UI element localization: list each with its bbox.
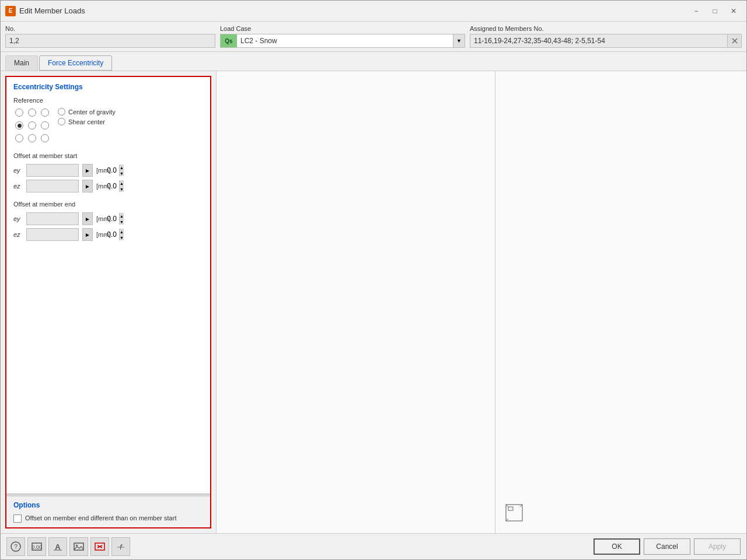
minimize-button[interactable]: − — [688, 5, 704, 18]
ez-start-down[interactable]: ▼ — [120, 186, 124, 192]
lc-dropdown-button[interactable]: ▼ — [453, 34, 465, 47]
svg-rect-3 — [508, 507, 513, 510]
right-panel-icon[interactable] — [505, 503, 523, 524]
bottom-bar: ? 0.00 A — [1, 533, 746, 559]
ez-end-down[interactable]: ▼ — [120, 235, 124, 240]
title-bar: E Edit Member Loads − □ ✕ — [1, 1, 746, 22]
reference-label: Reference — [13, 97, 203, 104]
ez-start-up[interactable]: ▲ — [120, 180, 124, 186]
ez-end-unit: [mm] — [96, 231, 110, 238]
ey-end-unit: [mm] — [96, 215, 110, 222]
radio-mc[interactable] — [28, 121, 36, 130]
reference-cog[interactable]: Center of gravity — [58, 108, 116, 116]
checkbox-row: Offset on member end different than on m… — [13, 514, 203, 523]
shear-label: Shear center — [68, 118, 105, 125]
offset-end-title: Offset at member end — [13, 201, 203, 208]
lc-label: Load Case — [220, 25, 465, 32]
radio-bc[interactable] — [28, 134, 36, 142]
ez-start-label: ez — [13, 183, 23, 190]
offset-start-group: Offset at member start ey ▲ ▼ ► — [13, 152, 203, 192]
ey-end-spin: ▲ ▼ — [119, 213, 124, 225]
radio-tc[interactable] — [28, 108, 36, 117]
formula-button[interactable]: f — [111, 537, 130, 556]
offset-different-checkbox[interactable] — [13, 514, 22, 523]
eccentricity-settings: Eccentricity Settings Reference — [6, 77, 210, 494]
offset-start-title: Offset at member start — [13, 152, 203, 159]
options-title: Options — [13, 501, 203, 509]
ez-end-up[interactable]: ▲ — [120, 229, 124, 235]
sketch-icon — [505, 503, 523, 522]
ez-start-input-wrapper: ▲ ▼ — [26, 180, 79, 192]
no-label: No. — [5, 25, 215, 32]
checkbox-label: Offset on member end different than on m… — [25, 514, 176, 523]
radio-mr[interactable] — [41, 121, 49, 130]
ey-start-arrow[interactable]: ► — [82, 164, 93, 177]
formula-icon: f — [116, 541, 126, 552]
radio-bl[interactable] — [15, 134, 23, 142]
radio-tl[interactable] — [15, 108, 23, 117]
bottom-right-buttons: OK Cancel Apply — [594, 538, 741, 555]
no-input[interactable] — [5, 34, 215, 48]
members-wrapper: 11-16,19-24,27-32,35-40,43-48; 2-5,51-54 — [470, 34, 742, 48]
ey-start-unit: [mm] — [96, 167, 110, 174]
settings-box: Eccentricity Settings Reference — [5, 76, 211, 528]
members-clear-button[interactable] — [727, 34, 741, 47]
reference-group: Reference — [13, 97, 203, 144]
members-label: Assigned to Members No. — [470, 25, 742, 32]
ey-start-up[interactable]: ▲ — [120, 164, 124, 170]
lc-badge: Qs — [221, 34, 237, 47]
radio-shear-btn[interactable] — [58, 118, 65, 125]
ey-end-up[interactable]: ▲ — [120, 213, 124, 219]
header-section: No. Load Case Qs LC2 - Snow ▼ Assigned t… — [1, 22, 746, 52]
radio-br[interactable] — [41, 134, 49, 142]
ey-end-down[interactable]: ▼ — [120, 219, 124, 225]
window-controls: − □ ✕ — [688, 5, 742, 18]
middle-panel — [217, 71, 495, 533]
right-panel — [495, 71, 746, 533]
ez-end-row: ez ▲ ▼ ► [mm] — [13, 228, 203, 241]
apply-button[interactable]: Apply — [694, 538, 741, 555]
app-icon: E — [5, 6, 16, 16]
help-icon: ? — [11, 541, 21, 552]
cog-label: Center of gravity — [68, 108, 116, 116]
cancel-button[interactable]: Cancel — [644, 538, 690, 555]
content-area: Eccentricity Settings Reference — [1, 71, 746, 533]
radio-cog-btn[interactable] — [58, 108, 65, 116]
ok-button[interactable]: OK — [594, 538, 640, 555]
no-field: No. — [5, 25, 215, 48]
bottom-left-icons: ? 0.00 A — [6, 537, 130, 556]
radio-ml[interactable] — [15, 121, 23, 130]
ey-start-row: ey ▲ ▼ ► [mm] — [13, 164, 203, 177]
help-button[interactable]: ? — [6, 537, 25, 556]
svg-point-14 — [76, 545, 78, 547]
ey-end-label: ey — [13, 215, 23, 222]
ez-start-arrow[interactable]: ► — [82, 180, 93, 192]
delete-button[interactable] — [90, 537, 109, 556]
text-button[interactable]: A — [48, 537, 67, 556]
ey-end-row: ey ▲ ▼ ► [mm] — [13, 212, 203, 225]
reference-grid: Center of gravity Shear center — [13, 107, 203, 144]
ez-end-arrow[interactable]: ► — [82, 228, 93, 241]
text-icon: A — [53, 541, 63, 552]
tab-force-eccentricity[interactable]: Force Eccentricity — [39, 55, 112, 71]
tabs-row: Main Force Eccentricity — [1, 52, 746, 71]
ey-end-arrow[interactable]: ► — [82, 212, 93, 225]
ey-start-spin: ▲ ▼ — [119, 164, 124, 176]
radio-tr[interactable] — [41, 108, 49, 117]
image-button[interactable] — [69, 537, 88, 556]
eccentricity-title: Eccentricity Settings — [13, 83, 203, 91]
reference-shear[interactable]: Shear center — [58, 118, 116, 125]
ez-end-label: ez — [13, 231, 23, 238]
main-window: E Edit Member Loads − □ ✕ No. Load Case … — [0, 0, 747, 560]
offset-end-group: Offset at member end ey ▲ ▼ ► — [13, 201, 203, 241]
ey-start-down[interactable]: ▼ — [120, 170, 124, 176]
tab-main[interactable]: Main — [5, 55, 38, 71]
svg-rect-13 — [74, 543, 83, 550]
maximize-button[interactable]: □ — [707, 5, 723, 18]
lc-wrapper: Qs LC2 - Snow ▼ — [220, 34, 465, 48]
load-case-field: Load Case Qs LC2 - Snow ▼ — [220, 25, 465, 48]
ey-start-label: ey — [13, 167, 23, 174]
close-button[interactable]: ✕ — [725, 5, 742, 18]
values-button[interactable]: 0.00 — [27, 537, 46, 556]
members-value: 11-16,19-24,27-32,35-40,43-48; 2-5,51-54 — [470, 37, 727, 45]
